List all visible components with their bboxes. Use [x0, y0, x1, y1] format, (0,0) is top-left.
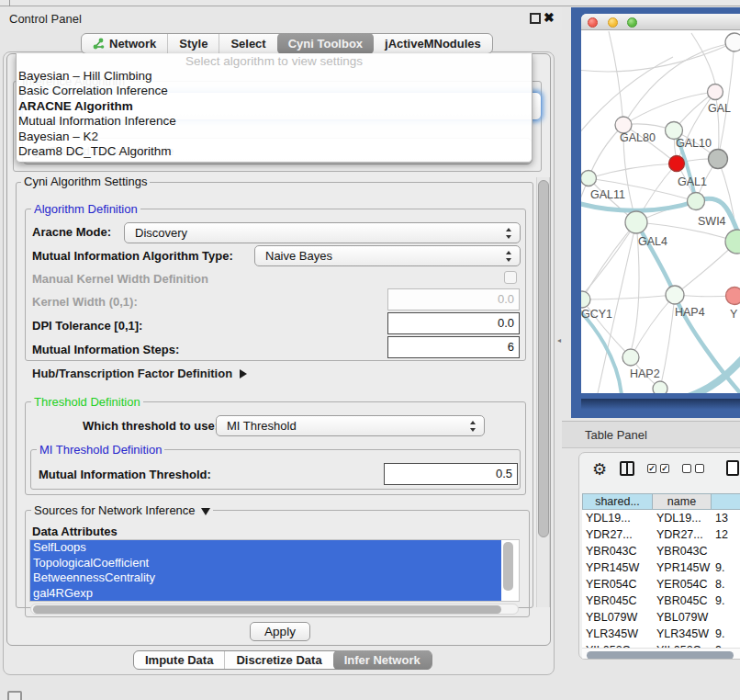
- gear-icon[interactable]: ⚙: [592, 459, 607, 480]
- table-cell: 12: [712, 526, 740, 543]
- select-all-checkbox-icon[interactable]: ✓: [647, 464, 656, 473]
- which-threshold-value: MI Threshold: [227, 416, 484, 435]
- node-label: Y: [730, 308, 738, 321]
- aracne-mode-combo[interactable]: Discovery: [124, 222, 521, 243]
- network-window-titlebar[interactable]: [581, 14, 740, 30]
- table-hscrollbar[interactable]: [582, 648, 740, 660]
- network-edge[interactable]: [581, 222, 636, 305]
- deselect-checkbox-icon[interactable]: [682, 464, 691, 473]
- node-label: SWI4: [698, 215, 726, 228]
- mi-type-combo[interactable]: Naive Bayes: [254, 245, 521, 266]
- float-panel-icon[interactable]: [530, 13, 541, 24]
- network-edge[interactable]: [582, 295, 675, 299]
- mi-type-value: Naive Bayes: [265, 246, 520, 265]
- attribute-item[interactable]: SelfLoops: [30, 540, 501, 556]
- tab-impute-data[interactable]: Impute Data: [134, 651, 224, 669]
- algorithm-list: Bayesian – Hill ClimbingBasic Correlatio…: [18, 69, 176, 159]
- network-node-pink-top[interactable]: [708, 85, 723, 100]
- mi-threshold-input[interactable]: 0.5: [384, 463, 518, 485]
- algorithm-option[interactable]: Bayesian – Hill Climbing: [18, 69, 176, 84]
- network-node-SWI4[interactable]: [688, 193, 705, 210]
- zoom-window-icon[interactable]: [627, 17, 637, 28]
- mi-steps-input[interactable]: 6: [387, 336, 520, 358]
- table-row[interactable]: YDR27...YDR27...12: [582, 526, 740, 543]
- column-header[interactable]: [712, 493, 740, 510]
- close-window-icon[interactable]: [588, 17, 598, 28]
- which-threshold-label: Which threshold to use:: [83, 419, 219, 433]
- splitter-collapse-icon[interactable]: ◂: [557, 336, 561, 344]
- network-edge[interactable]: [609, 31, 623, 125]
- network-edge[interactable]: [589, 164, 677, 178]
- network-node-bottom-small[interactable]: [653, 381, 667, 393]
- column-header[interactable]: shared...: [582, 493, 653, 510]
- table-cell: YBL079W: [653, 609, 712, 626]
- tab-style[interactable]: Style: [167, 34, 219, 53]
- tab-network[interactable]: Network: [82, 34, 167, 53]
- table-cell: YPR145W: [653, 559, 712, 576]
- algorithm-option[interactable]: Bayesian – K2: [18, 130, 176, 144]
- network-edge[interactable]: [691, 33, 715, 84]
- network-node-GCY1[interactable]: [581, 291, 590, 308]
- algorithm-option[interactable]: Dream8 DC_TDC Algorithm: [18, 144, 176, 159]
- hub-definition-toggle[interactable]: Hub/Transcription Factor Definition: [32, 367, 247, 380]
- network-window-shadow: [581, 399, 740, 410]
- attributes-scrollbar-thumb[interactable]: [503, 542, 513, 591]
- table-cell: YDR27...: [582, 526, 653, 543]
- network-node-GAL1[interactable]: [669, 156, 685, 172]
- column-header[interactable]: name: [653, 493, 712, 510]
- network-edge[interactable]: [623, 92, 715, 125]
- attribute-item[interactable]: gal4RGexp: [30, 586, 501, 602]
- table-row[interactable]: YER054CYER054C8.: [582, 576, 740, 593]
- table-panel-title: Table Panel: [585, 428, 647, 442]
- bottom-left-icon[interactable]: [7, 691, 22, 700]
- network-node-HAP4[interactable]: [666, 286, 684, 304]
- network-node-big-right[interactable]: [725, 230, 740, 254]
- network-edge-highlighted[interactable]: [682, 355, 740, 393]
- algorithm-option[interactable]: Mutual Information Inference: [18, 114, 176, 129]
- network-node-GAL4[interactable]: [625, 211, 647, 233]
- tab-jactivemnodules[interactable]: jActiveMNodules: [374, 34, 492, 53]
- algorithm-dropdown-popup: Select algorithm to view settingsBayesia…: [16, 53, 533, 163]
- network-canvas[interactable]: GALGAL80GAL10GAL1GAL11SWI4GAL4GCY1HAP4YH…: [581, 31, 740, 393]
- network-edge[interactable]: [581, 42, 734, 72]
- attribute-item[interactable]: BetweennessCentrality: [30, 570, 501, 586]
- control-panel-title-bar: Control Panel ✖: [0, 7, 562, 30]
- tab-label: Network: [109, 37, 156, 51]
- table-row[interactable]: YBL079WYBL079W: [582, 609, 740, 626]
- close-panel-icon[interactable]: ✖: [544, 10, 555, 25]
- minimize-window-icon[interactable]: [608, 17, 618, 28]
- network-node-GAL11[interactable]: [581, 171, 597, 186]
- which-threshold-combo[interactable]: MI Threshold: [216, 415, 485, 436]
- table-row[interactable]: YPR145WYPR145W9.: [582, 559, 740, 576]
- tab-discretize-data[interactable]: Discretize Data: [224, 651, 332, 669]
- network-node-gray-node[interactable]: [709, 150, 728, 169]
- table-cell: 9.: [712, 559, 740, 576]
- settings-scrollbar-thumb[interactable]: [538, 180, 549, 537]
- tab-cyni-toolbox[interactable]: Cyni Toolbox: [277, 33, 374, 54]
- kernel-width-input[interactable]: 0.0: [387, 288, 520, 310]
- network-node-pink-right[interactable]: [726, 288, 740, 305]
- dpi-tolerance-input[interactable]: 0.0: [387, 312, 520, 334]
- columns-icon[interactable]: [620, 461, 634, 476]
- table-row[interactable]: YLR345WYLR345W9.: [582, 626, 740, 642]
- network-edge[interactable]: [718, 42, 734, 159]
- algorithm-option[interactable]: ARACNE Algorithm: [18, 99, 176, 114]
- apply-button[interactable]: Apply: [250, 622, 310, 641]
- tab-infer-network[interactable]: Infer Network: [333, 650, 432, 670]
- network-node-HAP2[interactable]: [622, 349, 639, 366]
- table-hscrollbar-thumb[interactable]: [587, 651, 734, 660]
- network-node-top-right[interactable]: [725, 33, 740, 51]
- table-row[interactable]: YDL19...YDL19...13: [582, 510, 740, 526]
- attributes-hscrollbar-thumb[interactable]: [33, 605, 501, 614]
- table-panel: ⚙ ✓ ✓ shared...name YDL19...YDL19...13YD…: [578, 452, 740, 660]
- table-row[interactable]: YBR043CYBR043C: [582, 543, 740, 559]
- table-row[interactable]: YBR045CYBR045C9.: [582, 593, 740, 609]
- manual-kernel-checkbox[interactable]: [504, 271, 517, 284]
- table-cell: YLR345W: [653, 626, 712, 642]
- sources-title[interactable]: Sources for Network Inference: [31, 503, 213, 517]
- tab-select[interactable]: Select: [219, 34, 276, 53]
- algorithm-option[interactable]: Basic Correlation Inference: [18, 84, 176, 98]
- attribute-item[interactable]: TopologicalCoefficient: [30, 556, 501, 571]
- data-attributes-list[interactable]: SelfLoopsTopologicalCoefficientBetweenne…: [29, 539, 520, 602]
- export-table-icon[interactable]: [726, 460, 739, 476]
